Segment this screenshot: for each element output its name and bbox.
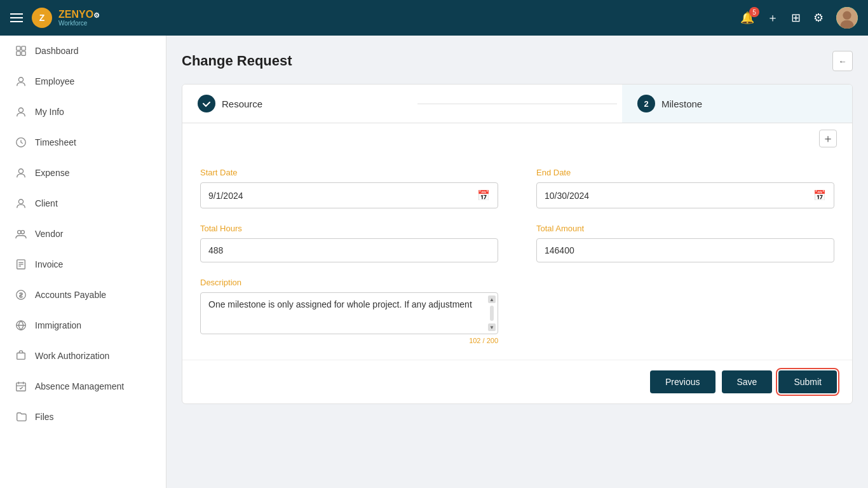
description-field: Description One milestone is only assign… (200, 278, 498, 344)
description-textarea[interactable]: One milestone is only assigned for whole… (201, 293, 485, 331)
sidebar-item-employee[interactable]: Employee (0, 66, 166, 97)
total-hours-label: Total Hours (200, 224, 498, 233)
sidebar-item-myinfo[interactable]: My Info (0, 97, 166, 127)
myinfo-icon (15, 105, 27, 118)
employee-icon (15, 75, 27, 88)
total-amount-input[interactable] (536, 238, 834, 262)
files-icon (15, 410, 27, 423)
start-date-input[interactable] (208, 191, 475, 201)
date-row: Start Date 📅 End Date 📅 (200, 168, 834, 208)
sidebar-item-work-authorization[interactable]: Work Authorization (0, 341, 166, 371)
hamburger-menu[interactable] (10, 13, 23, 22)
end-date-input-wrapper[interactable]: 📅 (536, 182, 834, 208)
app-logo: Z ZENYO⚙ Workforce (32, 8, 100, 28)
svg-point-10 (18, 169, 23, 173)
sidebar: Dashboard Employee My Info Timesheet Exp… (0, 36, 166, 488)
previous-button[interactable]: Previous (650, 370, 715, 393)
sidebar-item-client[interactable]: Client (0, 188, 166, 219)
page-header: Change Request ← (182, 51, 853, 71)
step-milestone[interactable]: 2 Milestone (622, 85, 852, 123)
step2-label: Milestone (661, 98, 702, 109)
expense-icon (15, 166, 27, 179)
immigration-icon (15, 319, 27, 332)
form-body: Start Date 📅 End Date 📅 (182, 152, 852, 360)
total-hours-field: Total Hours (200, 224, 498, 262)
svg-rect-4 (22, 46, 25, 50)
svg-point-11 (18, 200, 23, 204)
form-steps: Resource 2 Milestone (182, 85, 852, 123)
sidebar-item-timesheet[interactable]: Timesheet (0, 127, 166, 158)
sidebar-item-invoice[interactable]: Invoice (0, 249, 166, 280)
sidebar-item-accounts-payable[interactable]: Accounts Payable (0, 280, 166, 310)
notification-bell[interactable]: 🔔 5 (740, 11, 754, 25)
empty-field (536, 278, 834, 344)
textarea-scroll-up[interactable]: ▲ (488, 295, 496, 303)
start-date-field: Start Date 📅 (200, 168, 498, 208)
add-button[interactable]: ＋ (767, 10, 778, 25)
settings-icon[interactable]: ⚙ (813, 11, 824, 25)
step2-circle: 2 (637, 95, 655, 112)
start-date-label: Start Date (200, 168, 498, 177)
top-navigation: Z ZENYO⚙ Workforce 🔔 5 ＋ ⊞ ⚙ (0, 0, 868, 36)
svg-point-1 (843, 11, 851, 20)
svg-point-8 (18, 108, 23, 112)
apps-grid[interactable]: ⊞ (791, 11, 801, 25)
svg-point-7 (18, 78, 23, 82)
notification-badge: 5 (749, 7, 759, 17)
absence-management-icon (15, 380, 27, 393)
form-actions: Previous Save Submit (182, 360, 852, 403)
timesheet-icon (15, 136, 27, 149)
hours-amount-row: Total Hours Total Amount (200, 224, 834, 262)
svg-rect-5 (17, 51, 20, 55)
step1-circle (198, 95, 215, 112)
sidebar-item-vendor[interactable]: Vendor (0, 219, 166, 249)
description-textarea-wrap: One milestone is only assigned for whole… (200, 292, 498, 334)
sidebar-item-absence-management[interactable]: Absence Management (0, 371, 166, 402)
total-hours-input[interactable] (200, 238, 498, 262)
svg-rect-3 (17, 46, 20, 50)
vendor-icon (15, 227, 27, 240)
sidebar-item-expense[interactable]: Expense (0, 158, 166, 188)
end-date-calendar-icon[interactable]: 📅 (813, 189, 826, 201)
page-title: Change Request (182, 53, 292, 69)
description-label: Description (200, 278, 498, 287)
user-avatar[interactable] (836, 7, 858, 29)
char-count: 102 / 200 (200, 337, 498, 344)
work-authorization-icon (15, 349, 27, 362)
start-date-input-wrapper[interactable]: 📅 (200, 182, 498, 208)
total-amount-field: Total Amount (536, 224, 834, 262)
description-row: Description One milestone is only assign… (200, 278, 834, 344)
end-date-input[interactable] (545, 191, 811, 201)
svg-point-13 (21, 231, 24, 234)
step1-label: Resource (222, 98, 262, 109)
client-icon (15, 197, 27, 210)
dashboard-icon (15, 44, 27, 57)
back-button[interactable]: ← (832, 51, 853, 71)
textarea-scroll-down[interactable]: ▼ (488, 323, 496, 331)
textarea-scrollbar: ▲ ▼ (487, 295, 496, 331)
svg-rect-20 (17, 353, 25, 360)
submit-button[interactable]: Submit (778, 370, 837, 393)
change-request-form: Resource 2 Milestone ＋ Start D (182, 84, 853, 404)
main-content: Change Request ← Resource 2 Milestone (166, 36, 868, 488)
svg-rect-6 (22, 51, 25, 55)
sidebar-item-immigration[interactable]: Immigration (0, 310, 166, 341)
add-row-button[interactable]: ＋ (819, 130, 837, 147)
start-date-calendar-icon[interactable]: 📅 (477, 189, 490, 201)
accounts-payable-icon (15, 288, 27, 301)
end-date-label: End Date (536, 168, 834, 177)
svg-rect-21 (17, 383, 25, 391)
invoice-icon (15, 258, 27, 271)
step-resource[interactable]: Resource (182, 85, 412, 123)
sidebar-item-dashboard[interactable]: Dashboard (0, 36, 166, 66)
end-date-field: End Date 📅 (536, 168, 834, 208)
svg-point-12 (18, 231, 21, 234)
total-amount-label: Total Amount (536, 224, 834, 233)
save-button[interactable]: Save (722, 370, 773, 393)
sidebar-item-files[interactable]: Files (0, 402, 166, 432)
